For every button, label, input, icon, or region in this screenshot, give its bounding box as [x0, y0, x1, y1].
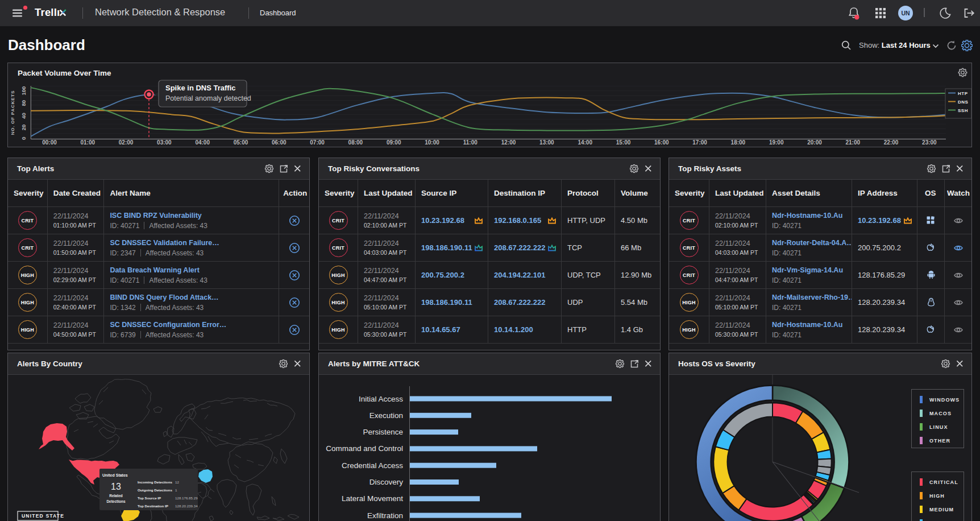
svg-text:17:00: 17:00	[692, 139, 707, 146]
svg-text:DNS: DNS	[958, 100, 969, 105]
svg-text:128.176.85.29: 128.176.85.29	[175, 496, 198, 500]
svg-text:Potential anomaly detected: Potential anomaly detected	[165, 94, 251, 102]
svg-text:06:00: 06:00	[272, 139, 286, 146]
svg-text:Top Source IP: Top Source IP	[138, 496, 161, 500]
svg-text:Top Destination IP: Top Destination IP	[138, 504, 168, 508]
svg-text:Packet Volume Over Time: Packet Volume Over Time	[18, 69, 111, 77]
svg-text:Spike in DNS Traffic: Spike in DNS Traffic	[165, 84, 236, 92]
svg-text:08:00: 08:00	[348, 139, 363, 146]
svg-text:00:00: 00:00	[42, 139, 57, 146]
svg-text:15:00: 15:00	[616, 139, 631, 146]
svg-text:UNITED STATE: UNITED STATE	[22, 513, 64, 519]
svg-text:09:00: 09:00	[387, 139, 401, 146]
svg-text:Execution: Execution	[369, 411, 403, 420]
svg-text:HTP: HTP	[958, 91, 968, 96]
svg-text:12:00: 12:00	[501, 139, 516, 146]
svg-text:23:00: 23:00	[922, 139, 937, 146]
svg-text:14:00: 14:00	[578, 139, 592, 146]
svg-text:13:00: 13:00	[539, 139, 554, 146]
svg-text:United States: United States	[102, 473, 128, 477]
svg-text:Related: Related	[109, 494, 123, 498]
svg-text:80: 80	[20, 100, 27, 106]
svg-text:0: 0	[20, 137, 27, 140]
svg-text:03:00: 03:00	[157, 139, 172, 146]
svg-text:Detections: Detections	[106, 499, 126, 503]
svg-text:Credential Access: Credential Access	[342, 461, 403, 470]
svg-text:Incoming Detections: Incoming Detections	[138, 480, 172, 484]
svg-text:11:00: 11:00	[463, 139, 477, 146]
svg-text:SSH: SSH	[958, 108, 968, 113]
svg-text:05:00: 05:00	[234, 139, 248, 146]
svg-text:22:00: 22:00	[884, 139, 899, 146]
svg-text:Exfiltration: Exfiltration	[367, 511, 403, 520]
svg-text:Persistence: Persistence	[363, 428, 403, 436]
svg-text:01:00: 01:00	[81, 139, 95, 146]
svg-text:Discovery: Discovery	[369, 478, 404, 486]
svg-text:07:00: 07:00	[310, 139, 325, 146]
svg-text:04:00: 04:00	[195, 139, 210, 146]
svg-text:13: 13	[111, 482, 121, 491]
svg-text:Command and Control: Command and Control	[326, 444, 403, 453]
svg-text:18:00: 18:00	[731, 139, 746, 146]
svg-text:Outgoing Detections: Outgoing Detections	[138, 488, 172, 492]
svg-text:1: 1	[175, 488, 177, 492]
svg-text:NO. OF PACKETS: NO. OF PACKETS	[10, 90, 15, 135]
svg-text:19:00: 19:00	[769, 139, 784, 146]
svg-text:100: 100	[20, 86, 27, 96]
svg-text:40: 40	[20, 113, 27, 119]
svg-text:20: 20	[20, 125, 27, 131]
svg-text:Initial Access: Initial Access	[359, 395, 403, 403]
svg-text:10:00: 10:00	[425, 139, 439, 146]
svg-text:Lateral Movement: Lateral Movement	[342, 494, 403, 503]
svg-text:128.20.239.34: 128.20.239.34	[175, 504, 198, 508]
svg-text:02:00: 02:00	[119, 139, 134, 146]
svg-text:16:00: 16:00	[654, 139, 669, 146]
svg-text:21:00: 21:00	[846, 139, 861, 146]
svg-text:12: 12	[175, 480, 179, 484]
svg-text:20:00: 20:00	[807, 139, 822, 146]
